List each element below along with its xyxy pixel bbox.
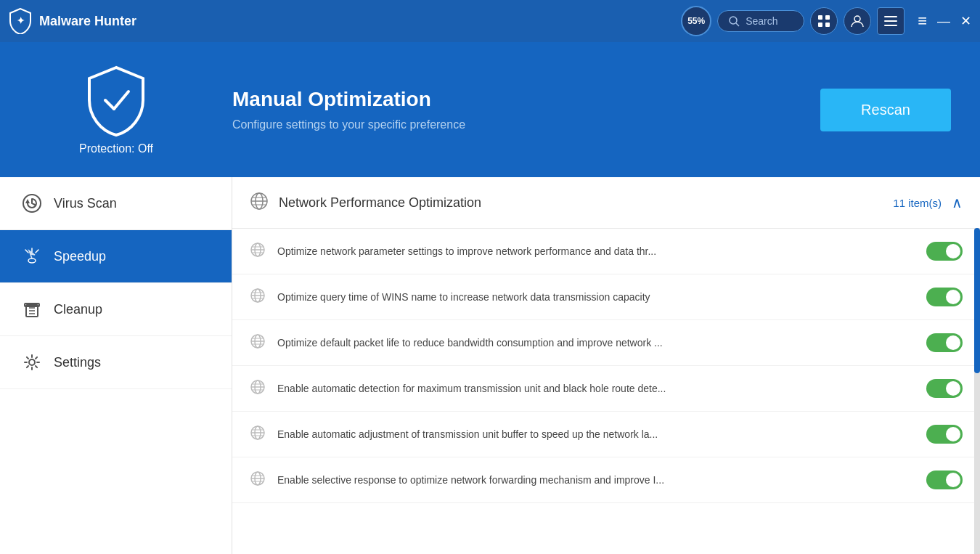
window-controls: ≡ — ✕ — [918, 12, 971, 30]
list-item: Enable automatic adjustment of transmiss… — [232, 412, 980, 457]
svg-line-12 — [114, 91, 128, 109]
header-shield-icon — [83, 64, 149, 137]
grid-icon-btn[interactable] — [810, 7, 838, 35]
item-network-icon-2 — [250, 333, 266, 352]
sidebar-item-speedup[interactable]: Speedup — [0, 230, 232, 283]
svg-point-15 — [28, 258, 36, 263]
scrollbar-track — [974, 228, 980, 554]
header-text: Manual Optimization Configure settings t… — [232, 88, 799, 131]
item-text-0: Optimize network parameter settings to i… — [277, 245, 915, 257]
grid-icon — [817, 15, 830, 28]
rescan-button[interactable]: Rescan — [820, 89, 951, 131]
hamburger-win-btn[interactable]: ≡ — [918, 12, 927, 30]
collapse-button[interactable]: ∧ — [952, 194, 963, 211]
search-icon — [728, 15, 740, 27]
item-network-icon-1 — [250, 288, 266, 306]
item-network-icon-5 — [250, 471, 266, 489]
list-item: Optimize query time of WINS name to incr… — [232, 274, 980, 320]
svg-rect-8 — [884, 16, 897, 17]
item-text-5: Enable selective response to optimize ne… — [277, 474, 915, 486]
app-header: Protection: Off Manual Optimization Conf… — [0, 42, 980, 177]
search-label: Search — [746, 15, 777, 27]
virus-scan-icon — [22, 193, 42, 213]
main-layout: Virus Scan Speedup Cleanup — [0, 177, 980, 554]
svg-point-7 — [854, 16, 860, 22]
svg-point-1 — [730, 17, 737, 24]
list-item: Optimize default packet life to reduce b… — [232, 320, 980, 366]
logo-shield-icon: ✦ — [9, 8, 32, 34]
search-box[interactable]: Search — [717, 10, 804, 32]
item-network-icon-0 — [250, 242, 266, 261]
network-icon — [250, 192, 269, 213]
close-btn[interactable]: ✕ — [960, 13, 971, 29]
section-header: Network Performance Optimization 11 item… — [232, 177, 980, 229]
sidebar-item-virus-scan[interactable]: Virus Scan — [0, 177, 232, 230]
sidebar-item-cleanup[interactable]: Cleanup — [0, 283, 232, 336]
svg-marker-14 — [25, 199, 30, 203]
header-icon-area: Protection: Off — [0, 57, 232, 163]
sidebar-label-settings: Settings — [54, 355, 101, 370]
scrollbar-thumb[interactable] — [974, 228, 980, 373]
cpu-badge: 55% — [681, 6, 711, 36]
sidebar-label-speedup: Speedup — [54, 249, 106, 264]
svg-rect-6 — [825, 23, 830, 27]
title-bar: ✦ Malware Hunter 55% Search — [0, 0, 980, 42]
item-text-1: Optimize query time of WINS name to incr… — [277, 291, 915, 303]
sidebar-label-virus-scan: Virus Scan — [54, 196, 117, 211]
item-network-icon-4 — [250, 425, 266, 444]
protection-label: Protection: Off — [79, 142, 153, 155]
speedup-icon — [22, 246, 42, 266]
toggle-1[interactable] — [926, 288, 963, 306]
menu-icon-btn[interactable] — [877, 7, 905, 35]
item-count: 11 item(s) — [893, 197, 942, 209]
svg-line-11 — [105, 100, 114, 109]
content-area: Network Performance Optimization 11 item… — [232, 177, 980, 554]
item-text-2: Optimize default packet life to reduce b… — [277, 337, 915, 349]
app-title: Malware Hunter — [39, 14, 136, 29]
svg-rect-3 — [818, 15, 822, 20]
svg-line-2 — [736, 23, 739, 26]
sidebar-item-settings[interactable]: Settings — [0, 336, 232, 389]
minimize-btn[interactable]: — — [937, 14, 950, 29]
settings-icon — [22, 352, 42, 372]
item-network-icon-3 — [250, 379, 266, 398]
profile-icon-btn[interactable] — [844, 7, 871, 35]
toggle-4[interactable] — [926, 425, 963, 444]
item-text-4: Enable automatic adjustment of transmiss… — [277, 428, 915, 440]
sidebar: Virus Scan Speedup Cleanup — [0, 177, 232, 554]
toggle-5[interactable] — [926, 471, 963, 489]
svg-text:✦: ✦ — [17, 15, 25, 26]
toggle-3[interactable] — [926, 379, 963, 398]
svg-rect-9 — [884, 20, 897, 22]
svg-rect-10 — [884, 25, 897, 26]
list-item: Enable selective response to optimize ne… — [232, 457, 980, 503]
optimization-list: Optimize network parameter settings to i… — [232, 229, 980, 554]
svg-rect-4 — [825, 15, 830, 20]
cleanup-icon — [22, 299, 42, 319]
hamburger-icon — [884, 16, 897, 26]
svg-rect-5 — [818, 23, 822, 27]
profile-icon — [851, 15, 864, 28]
page-title: Manual Optimization — [232, 88, 799, 111]
app-logo: ✦ Malware Hunter — [9, 8, 136, 34]
section-title: Network Performance Optimization — [279, 195, 893, 211]
toggle-0[interactable] — [926, 242, 963, 261]
item-text-3: Enable automatic detection for maximum t… — [277, 383, 915, 394]
title-bar-controls: 55% Search — [681, 6, 971, 36]
sidebar-label-cleanup: Cleanup — [54, 302, 102, 317]
svg-point-21 — [29, 359, 35, 365]
list-item: Optimize network parameter settings to i… — [232, 229, 980, 274]
page-subtitle: Configure settings to your specific pref… — [232, 118, 799, 131]
toggle-2[interactable] — [926, 333, 963, 352]
list-item: Enable automatic detection for maximum t… — [232, 366, 980, 412]
